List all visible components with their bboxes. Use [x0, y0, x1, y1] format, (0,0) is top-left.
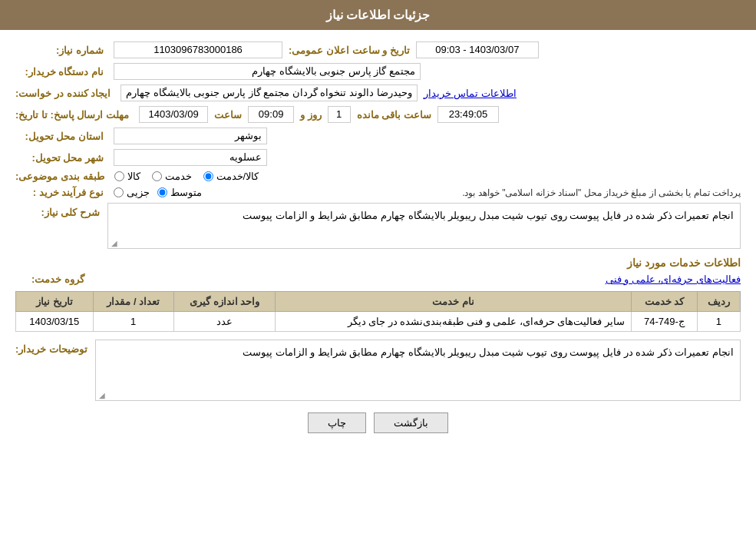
back-button[interactable]: بازگشت	[374, 412, 448, 433]
category-option-kala-khadamat[interactable]: کالا/خدمت	[203, 171, 259, 182]
purchase-jozi-radio[interactable]	[114, 187, 124, 197]
cell-date-1: 1403/03/15	[16, 312, 94, 332]
city-value: عسلویه	[114, 149, 267, 166]
page-header: جزئیات اطلاعات نیاز	[0, 0, 756, 30]
cell-qty-1: 1	[93, 312, 173, 332]
cell-name-1: سایر فعالیت‌های حرفه‌ای، علمی و فنی طبقه…	[276, 312, 632, 332]
city-label: شهر محل تحویل:	[15, 152, 107, 164]
category-kala-khadamat-radio[interactable]	[203, 171, 213, 181]
cell-code-1: ج-749-74	[632, 312, 698, 332]
col-header-name: نام خدمت	[276, 292, 632, 312]
notes-resize-handle: ◢	[97, 391, 105, 399]
general-desc-label: شرح کلی نیاز:	[41, 207, 104, 218]
category-kala-label: کالا	[127, 171, 140, 182]
resize-handle: ◢	[110, 239, 117, 247]
purchase-mutawaset-label: متوسط	[170, 187, 202, 198]
service-group-value[interactable]: فعالیت‌های حرفه‌ای، علمی و فنی	[606, 273, 741, 285]
send-time-value: 09:09	[248, 106, 294, 123]
services-table: ردیف کد خدمت نام خدمت واحد اندازه گیری ت…	[15, 291, 741, 332]
need-number-value: 1103096783000186	[114, 41, 282, 58]
remaining-label: ساعت باقی مانده	[357, 109, 431, 121]
cell-unit-1: عدد	[173, 312, 276, 332]
category-radio-group: کالا/خدمت خدمت کالا	[114, 171, 259, 182]
announcement-date-value: 1403/03/07 - 09:03	[416, 41, 539, 58]
send-time-label: ساعت	[214, 109, 242, 121]
purchase-radio-group: متوسط جزیی	[114, 187, 202, 198]
purchase-note: پرداخت تمام یا بخشی از مبلغ خریداز محل "…	[208, 187, 741, 198]
issuer-label: ایجاد کننده در خواست:	[15, 88, 114, 99]
print-button[interactable]: چاپ	[308, 412, 366, 433]
purchase-label: نوع فرآیند خرید :	[15, 187, 107, 198]
remaining-time-value: 23:49:05	[437, 106, 499, 123]
category-khadamat-radio[interactable]	[152, 171, 162, 181]
table-row: 1 ج-749-74 سایر فعالیت‌های حرفه‌ای، علمی…	[16, 312, 741, 332]
services-section-title: اطلاعات خدمات مورد نیاز	[15, 257, 741, 269]
category-option-kala[interactable]: کالا	[114, 171, 140, 182]
purchase-jozi-label: جزیی	[127, 187, 150, 198]
category-khadamat-label: خدمت	[165, 171, 192, 182]
buyer-notes-label: توضیحات خریدار:	[15, 340, 91, 355]
cell-row-1: 1	[697, 312, 740, 332]
buyer-org-label: نام دستگاه خریدار:	[15, 66, 107, 78]
day-label: روز و	[300, 109, 322, 121]
service-group-label: گروه خدمت:	[31, 273, 88, 285]
send-date-value: 1403/03/09	[139, 106, 208, 123]
col-header-quantity: تعداد / مقدار	[93, 292, 173, 312]
need-number-label: شماره نیاز:	[15, 45, 107, 56]
issuer-value: وحیدرضا دالوند تنخواه گردان مجتمع گاز پا…	[120, 84, 418, 101]
contact-link[interactable]: اطلاعات تماس خریدار	[424, 88, 517, 99]
col-header-code: کد خدمت	[632, 292, 698, 312]
col-header-unit: واحد اندازه گیری	[173, 292, 276, 312]
category-label: طبقه بندی موضوعی:	[15, 171, 108, 182]
buyer-notes-value: انجام تعمیرات ذکر شده در فایل پیوست روی …	[243, 346, 734, 358]
general-desc-box: انجام تعمیرات ذکر شده در فایل پیوست روی …	[107, 203, 741, 249]
category-kala-radio[interactable]	[114, 171, 124, 181]
province-label: استان محل تحویل:	[15, 131, 107, 142]
category-option-khadamat[interactable]: خدمت	[152, 171, 192, 182]
page-title: جزئیات اطلاعات نیاز	[326, 8, 431, 22]
buyer-notes-box: انجام تعمیرات ذکر شده در فایل پیوست روی …	[95, 340, 741, 401]
purchase-mutawaset-radio[interactable]	[157, 187, 167, 197]
day-value: 1	[328, 106, 351, 123]
category-kala-khadamat-label: کالا/خدمت	[216, 171, 259, 182]
buyer-org-value: مجتمع گاز پارس جنوبی بالایشگاه چهارم	[114, 63, 421, 80]
purchase-option-jozi[interactable]: جزیی	[114, 187, 150, 198]
send-date-label: مهلت ارسال پاسخ: تا تاریخ:	[15, 109, 133, 121]
general-desc-value: انجام تعمیرات ذکر شده در فایل پیوست روی …	[243, 210, 734, 221]
purchase-option-mutawaset[interactable]: متوسط	[157, 187, 202, 198]
col-header-date: تاریخ نیاز	[16, 292, 94, 312]
province-value: بوشهر	[114, 128, 267, 144]
button-row: بازگشت چاپ	[15, 412, 741, 449]
announcement-date-label: تاریخ و ساعت اعلان عمومی:	[289, 45, 410, 56]
col-header-row: ردیف	[697, 292, 740, 312]
